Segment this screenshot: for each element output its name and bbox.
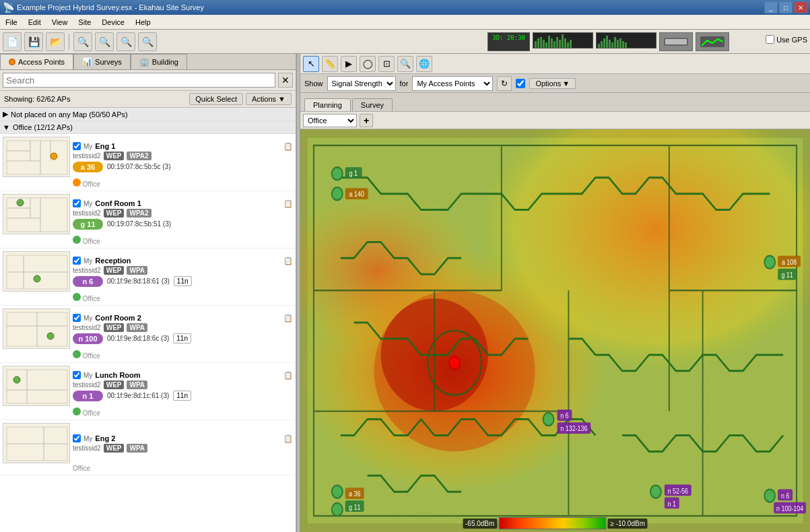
svg-rect-20 [609,40,611,48]
menubar: File Edit View Site Device Help [0,15,810,30]
map-circle-tool[interactable]: ◯ [360,56,376,72]
svg-rect-26 [625,42,627,48]
toolbar-zoom-in[interactable]: 🔍 [73,32,92,51]
map-select-tool[interactable]: ↖ [303,56,319,72]
ap-row-eng1: My Eng 1 📋 testissid2 WEP WPA2 a 36 00:1… [0,135,296,178]
ap-check-eng1[interactable] [73,142,81,150]
menu-help[interactable]: Help [130,17,156,28]
svg-point-49 [34,275,40,282]
badge-wep-reception[interactable]: WEP [104,266,125,275]
floor-select[interactable]: Office [303,114,357,127]
ap-check-eng2[interactable] [73,434,81,442]
map-canvas[interactable]: g 1 a 140 a 108 g 11 n 6 n 132-136 a 36 [300,129,810,532]
ap-ssid-confroom2: testissid2 WEP WPA [73,323,293,332]
map-globe-tool[interactable]: 🌐 [416,56,432,72]
menu-device[interactable]: Device [96,17,130,28]
channel-badge-reception: n 6 [73,276,103,287]
minimize-button[interactable]: _ [764,1,778,13]
toolbar-fit[interactable]: 🔍 [116,32,135,51]
map-play-tool[interactable]: ▶ [341,56,357,72]
ap-name-confroom2: Conf Room 2 [95,314,141,322]
ssid-confroom1: testissid2 [73,209,101,217]
menu-site[interactable]: Site [73,17,96,28]
ap-my-eng2: My [83,435,92,442]
toolbar-save[interactable]: 💾 [24,32,43,51]
menu-file[interactable]: File [0,17,23,28]
group-label-office: Office (12/12 APs) [13,123,73,131]
toolbar-new[interactable]: 📄 [3,32,22,51]
svg-rect-6 [548,36,550,48]
badge-wpa2-eng1[interactable]: WPA2 [127,152,151,160]
badge-wep-eng1[interactable]: WEP [104,152,125,160]
ap-check-confroom2[interactable] [73,314,81,322]
toolbar-zoom-out[interactable]: 🔍 [95,32,114,51]
tab-ap-label: Access Points [18,58,65,66]
svg-rect-24 [619,38,621,48]
toolbar-icon1[interactable] [659,32,693,51]
copy-icon-eng1[interactable]: 📋 [283,142,293,151]
refresh-button[interactable]: ↻ [497,76,512,91]
quick-select-button[interactable]: Quick Select [189,93,243,105]
badge-wpa-lunchroom[interactable]: WPA [127,380,147,389]
svg-rect-11 [562,34,564,48]
menu-view[interactable]: View [46,17,73,28]
map-zoom-tool[interactable]: 🔍 [397,56,413,72]
toolbar-settings[interactable]: 🔍 [138,32,157,51]
ap-name-reception: Reception [95,257,131,265]
copy-icon-reception[interactable]: 📋 [283,257,293,265]
ap-check-confroom1[interactable] [73,199,81,207]
search-input[interactable] [3,73,275,88]
toolbar-open[interactable]: 📂 [46,32,65,51]
ap-name-row-eng2: My Eng 2 📋 [73,434,293,443]
ap-check-lunchroom[interactable] [73,371,81,379]
signal-strength-select[interactable]: Signal Strength [327,76,396,91]
overlay-checkbox[interactable] [516,79,525,88]
ap-filter-select[interactable]: My Access Points [412,76,493,91]
ap-channel-reception: n 6 00:1f:9e:8d:18:61 (3) 11n [73,276,293,287]
badge-wep-lunchroom[interactable]: WEP [104,380,125,389]
window-title: Example Project Hybrid Survey.esx - Ekah… [17,3,204,11]
floor-bar: Office + [300,112,810,129]
map-measure-tool[interactable]: 📏 [322,56,338,72]
ap-check-reception[interactable] [73,257,81,265]
signal-legend: -65.0dBm ≥ -10.0dBm [463,517,648,529]
close-button[interactable]: ✕ [794,1,807,13]
badge-wpa-confroom2[interactable]: WPA [127,323,147,332]
tab-surveys[interactable]: 📊 Surveys [73,54,131,69]
copy-icon-confroom1[interactable]: 📋 [283,199,293,208]
legend-high-label: ≥ -10.0dBm [607,519,648,529]
gps-checkbox[interactable] [766,35,774,44]
copy-icon-lunchroom[interactable]: 📋 [283,371,293,380]
building-icon: 🏢 [139,57,149,67]
search-clear-button[interactable]: ✕ [278,73,293,88]
badge-wep-confroom1[interactable]: WEP [104,209,125,218]
toolbar-icon2[interactable] [696,32,729,51]
maximize-button[interactable]: □ [779,1,792,13]
tab-building[interactable]: 🏢 Building [131,54,187,69]
ap-location-eng1: Office [0,178,296,189]
group-office[interactable]: ▼ Office (12/12 APs) [0,121,296,134]
badge-wpa2-confroom1[interactable]: WPA2 [127,209,151,218]
actions-button[interactable]: Actions ▼ [246,93,292,105]
group-not-placed[interactable]: ▶ Not placed on any Map (50/50 APs) [0,108,296,121]
badge-wep-confroom2[interactable]: WEP [104,323,125,332]
ap-row-eng2: My Eng 2 📋 testissid2 WEP WPA [0,422,296,465]
badge-wpa-reception[interactable]: WPA [127,266,147,275]
menu-edit[interactable]: Edit [23,17,46,28]
tab-survey[interactable]: Survey [352,98,393,111]
map-toolbar: ↖ 📏 ▶ ◯ ⊡ 🔍 🌐 [300,54,810,74]
add-floor-button[interactable]: + [360,114,373,127]
search-bar: ✕ [0,70,296,91]
copy-icon-eng2[interactable]: 📋 [283,434,293,443]
tab-planning[interactable]: Planning [304,98,351,111]
svg-text:a 36: a 36 [349,490,361,498]
badge-wpa-eng2[interactable]: WPA [127,444,147,453]
ap-mac-eng1: 00:19:07:8c:5b:5c (3) [107,163,171,170]
badge-wep-eng2[interactable]: WEP [104,444,125,453]
ap-row-lunchroom: My Lunch Room 📋 testissid2 WEP WPA n 1 0… [0,364,296,407]
titlebar-controls[interactable]: _ □ ✕ [764,1,807,13]
copy-icon-confroom2[interactable]: 📋 [283,314,293,323]
options-button[interactable]: Options ▼ [529,78,576,89]
map-attn-tool[interactable]: ⊡ [378,56,395,72]
tab-access-points[interactable]: Access Points [0,54,73,69]
